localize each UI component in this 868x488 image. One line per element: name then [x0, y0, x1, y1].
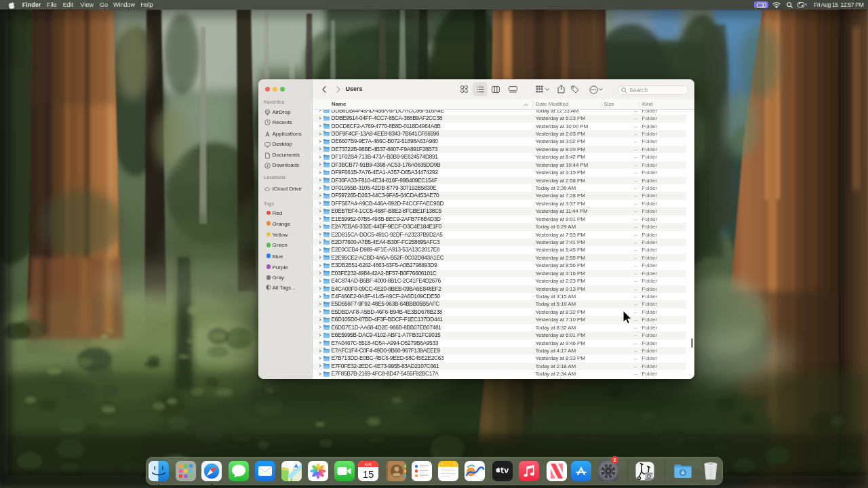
svg-text:AUG: AUG — [365, 462, 372, 466]
svg-text:15: 15 — [363, 468, 374, 480]
